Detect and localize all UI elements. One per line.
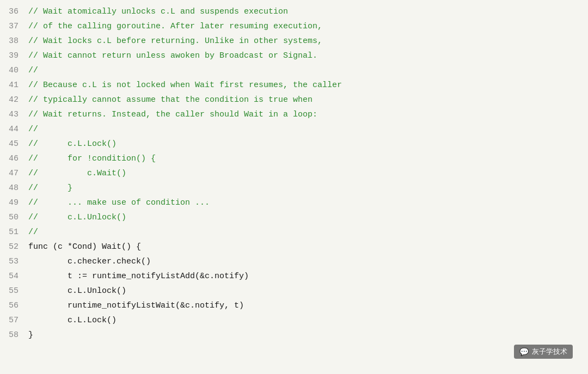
line-content: c.L.Lock() [28, 313, 117, 328]
line-content: runtime_notifyListWait(&c.notify, t) [28, 298, 244, 313]
line-content: c.L.Unlock() [28, 284, 126, 298]
table-row: 45// c.L.Lock() [0, 137, 588, 151]
line-content: // c.L.Lock() [28, 137, 117, 151]
line-number: 56 [0, 298, 28, 313]
line-content: // of the calling goroutine. After later… [28, 19, 322, 34]
table-row: 36// Wait atomically unlocks c.L and sus… [0, 4, 588, 19]
line-content: // c.L.Unlock() [28, 210, 126, 225]
line-number: 43 [0, 107, 28, 122]
table-row: 44// [0, 122, 588, 137]
table-row: 38// Wait locks c.L before returning. Un… [0, 34, 588, 48]
line-number: 36 [0, 4, 28, 19]
line-number: 38 [0, 34, 28, 48]
table-row: 43// Wait returns. Instead, the caller s… [0, 107, 588, 122]
code-container: 36// Wait atomically unlocks c.L and sus… [0, 0, 588, 374]
watermark-text: 灰子学技术 [532, 347, 567, 357]
line-content: // Wait atomically unlocks c.L and suspe… [28, 4, 288, 19]
table-row: 39// Wait cannot return unless awoken by… [0, 48, 588, 63]
table-row: 56 runtime_notifyListWait(&c.notify, t) [0, 298, 588, 313]
line-content: t := runtime_notifyListAdd(&c.notify) [28, 269, 249, 284]
table-row: 41// Because c.L is not locked when Wait… [0, 78, 588, 93]
table-row: 48// } [0, 181, 588, 195]
table-row: 50// c.L.Unlock() [0, 210, 588, 225]
table-row: 53 c.checker.check() [0, 254, 588, 269]
table-row: 47// c.Wait() [0, 166, 588, 181]
line-content: // } [28, 181, 72, 195]
table-row: 46// for !condition() { [0, 151, 588, 166]
line-number: 47 [0, 166, 28, 181]
line-content: // [28, 122, 38, 137]
table-row: 40// [0, 63, 588, 78]
line-number: 51 [0, 225, 28, 240]
table-row: 42// typically cannot assume that the co… [0, 93, 588, 107]
line-number: 52 [0, 240, 28, 254]
table-row: 51// [0, 225, 588, 240]
line-content: func (c *Cond) Wait() { [28, 240, 141, 254]
line-number: 46 [0, 151, 28, 166]
line-number: 58 [0, 328, 28, 342]
line-content: // Wait cannot return unless awoken by B… [28, 48, 317, 63]
line-content: // Because c.L is not locked when Wait f… [28, 78, 342, 93]
line-number: 42 [0, 93, 28, 107]
line-content: // typically cannot assume that the cond… [28, 93, 313, 107]
line-number: 55 [0, 284, 28, 298]
line-number: 45 [0, 137, 28, 151]
table-row: 57 c.L.Lock() [0, 313, 588, 328]
line-number: 48 [0, 181, 28, 195]
line-content: // Wait locks c.L before returning. Unli… [28, 34, 322, 48]
code-lines-wrapper: 36// Wait atomically unlocks c.L and sus… [0, 4, 588, 342]
line-number: 39 [0, 48, 28, 63]
line-number: 40 [0, 63, 28, 78]
table-row: 54 t := runtime_notifyListAdd(&c.notify) [0, 269, 588, 284]
line-content: // [28, 63, 38, 78]
table-row: 55 c.L.Unlock() [0, 284, 588, 298]
line-content: // c.Wait() [28, 166, 126, 181]
line-number: 41 [0, 78, 28, 93]
wechat-icon: 💬 [519, 347, 529, 356]
line-number: 53 [0, 254, 28, 269]
line-content: c.checker.check() [28, 254, 151, 269]
line-number: 49 [0, 195, 28, 210]
table-row: 58} [0, 328, 588, 342]
line-number: 57 [0, 313, 28, 328]
watermark: 💬 灰子学技术 [514, 345, 573, 359]
line-content: // for !condition() { [28, 151, 156, 166]
line-number: 37 [0, 19, 28, 34]
line-number: 54 [0, 269, 28, 284]
line-content: // ... make use of condition ... [28, 195, 210, 210]
table-row: 52func (c *Cond) Wait() { [0, 240, 588, 254]
line-number: 50 [0, 210, 28, 225]
line-content: // Wait returns. Instead, the caller sho… [28, 107, 317, 122]
table-row: 49// ... make use of condition ... [0, 195, 588, 210]
line-content: } [28, 328, 33, 342]
line-content: // [28, 225, 38, 240]
line-number: 44 [0, 122, 28, 137]
table-row: 37// of the calling goroutine. After lat… [0, 19, 588, 34]
